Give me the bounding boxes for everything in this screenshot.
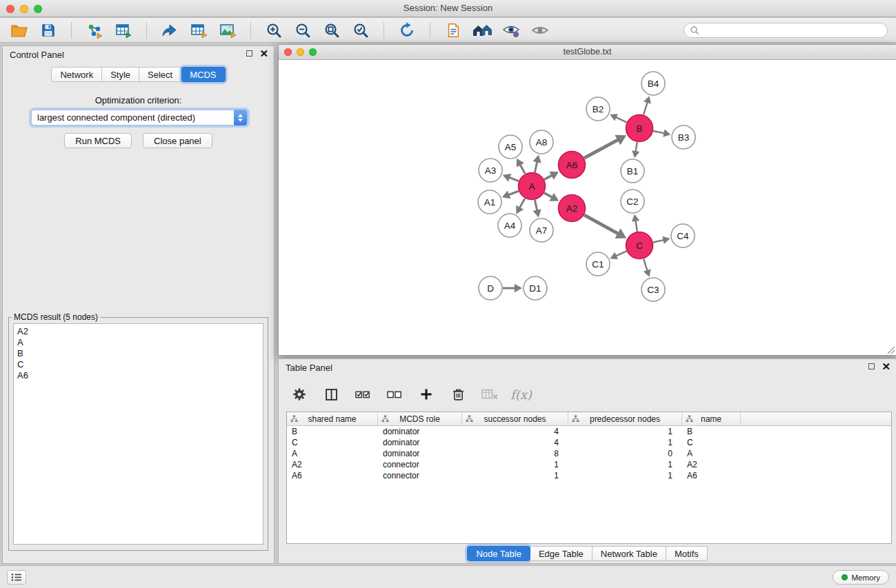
zoom-selected-button[interactable]: [350, 20, 372, 41]
node-B3[interactable]: B3: [672, 125, 695, 149]
edge-C-C1[interactable]: [616, 251, 627, 256]
node-C1[interactable]: C1: [586, 252, 610, 276]
add-column-button[interactable]: [415, 384, 437, 405]
edge-A2-C[interactable]: [584, 215, 618, 234]
node-A3[interactable]: A3: [479, 159, 502, 182]
node-D1[interactable]: D1: [524, 276, 547, 300]
panel-menu-button[interactable]: [7, 570, 26, 585]
node-A6[interactable]: A6: [559, 152, 586, 179]
mcds-result-item[interactable]: A6: [17, 370, 259, 381]
edge-A-A3[interactable]: [509, 177, 519, 181]
deselect-all-columns-button[interactable]: [384, 384, 406, 405]
edge-C-C3[interactable]: [644, 259, 647, 271]
table-tab-node-table[interactable]: Node Table: [467, 546, 530, 561]
import-table-button[interactable]: [112, 20, 135, 41]
node-B4[interactable]: B4: [641, 72, 665, 95]
mcds-result-item[interactable]: A: [17, 337, 259, 348]
node-B1[interactable]: B1: [621, 159, 644, 183]
mcds-result-item[interactable]: A2: [17, 326, 259, 337]
node-B[interactable]: B: [626, 115, 653, 142]
resize-grip-icon[interactable]: [886, 345, 895, 354]
edge-A-A5[interactable]: [520, 165, 525, 174]
homes-button[interactable]: [471, 20, 493, 41]
delete-table-button[interactable]: [479, 384, 501, 405]
edge-A-A6[interactable]: [544, 175, 552, 179]
column-header-name[interactable]: name: [682, 412, 741, 425]
export-table-button[interactable]: [188, 20, 210, 41]
edge-A-A1[interactable]: [508, 191, 519, 195]
float-table-panel-icon[interactable]: [868, 363, 875, 369]
edge-A-A8[interactable]: [535, 161, 537, 172]
column-header-shared-name[interactable]: shared name: [287, 412, 378, 425]
export-network-button[interactable]: [159, 20, 181, 41]
edge-C-C4[interactable]: [653, 240, 664, 242]
edge-B-B1[interactable]: [635, 142, 637, 152]
close-table-panel-icon[interactable]: ✕: [882, 363, 890, 370]
column-header-successor-nodes[interactable]: successor nodes: [462, 412, 568, 425]
eye-button[interactable]: [529, 20, 551, 41]
tab-network[interactable]: Network: [51, 67, 102, 82]
node-A[interactable]: A: [519, 173, 546, 200]
edge-A-A4[interactable]: [519, 199, 525, 208]
node-C3[interactable]: C3: [641, 278, 665, 301]
refresh-button[interactable]: [396, 20, 418, 41]
tab-style[interactable]: Style: [102, 67, 139, 82]
export-image-button[interactable]: [217, 20, 239, 41]
mcds-result-item[interactable]: C: [17, 359, 259, 370]
table-settings-button[interactable]: [288, 384, 310, 405]
node-C[interactable]: C: [626, 232, 653, 259]
table-row[interactable]: Bdominator41B: [287, 426, 891, 437]
node-B2[interactable]: B2: [586, 97, 610, 121]
node-A8[interactable]: A8: [530, 130, 553, 154]
table-tab-motifs[interactable]: Motifs: [666, 546, 708, 561]
edge-B-B3[interactable]: [653, 131, 664, 133]
tab-select[interactable]: Select: [139, 67, 181, 82]
optimization-criterion-select[interactable]: largest connected component (directed): [31, 110, 248, 125]
select-all-columns-button[interactable]: [352, 384, 374, 405]
eye-badge-button[interactable]: [500, 20, 522, 41]
edge-B-B2[interactable]: [616, 117, 627, 122]
node-A5[interactable]: A5: [499, 135, 522, 159]
table-row[interactable]: A6connector11A6: [287, 470, 891, 481]
zoom-out-button[interactable]: [292, 20, 314, 41]
save-session-button[interactable]: [37, 20, 59, 41]
node-C4[interactable]: C4: [671, 224, 695, 247]
column-header-predecessor-nodes[interactable]: predecessor nodes: [568, 412, 682, 425]
open-session-button[interactable]: [8, 20, 30, 41]
import-network-button[interactable]: [83, 20, 106, 41]
mcds-result-item[interactable]: B: [17, 348, 259, 359]
memory-button[interactable]: Memory: [833, 570, 889, 585]
close-panel-button[interactable]: Close panel: [143, 133, 212, 148]
edge-C-C2[interactable]: [635, 221, 637, 232]
node-C2[interactable]: C2: [621, 190, 644, 213]
table-row[interactable]: A2connector11A2: [287, 459, 891, 470]
zoom-fit-button[interactable]: [321, 20, 343, 41]
show-columns-button[interactable]: [320, 384, 342, 405]
function-builder-button[interactable]: f(x): [510, 384, 532, 405]
network-canvas[interactable]: B4B2BB3A5A8A6B1A3AA1C2A2A4A7C4CC1DD1C3: [279, 61, 896, 355]
node-A2[interactable]: A2: [559, 195, 586, 222]
edge-B-B4[interactable]: [644, 102, 648, 114]
edge-A-A7[interactable]: [535, 200, 537, 211]
search-input[interactable]: [702, 26, 882, 35]
mcds-result-list[interactable]: A2ABCA6: [13, 323, 263, 545]
delete-column-button[interactable]: [447, 384, 469, 405]
document-button[interactable]: [442, 20, 464, 41]
node-D[interactable]: D: [479, 276, 502, 300]
tab-mcds[interactable]: MCDS: [181, 67, 225, 82]
run-mcds-button[interactable]: Run MCDS: [64, 133, 132, 148]
edge-A6-B[interactable]: [584, 140, 618, 159]
close-panel-icon[interactable]: ✕: [259, 50, 268, 57]
network-window-titlebar[interactable]: testGlobe.txt: [279, 45, 896, 60]
search-box[interactable]: [684, 23, 888, 38]
table-tab-edge-table[interactable]: Edge Table: [530, 546, 593, 561]
zoom-in-button[interactable]: [263, 20, 285, 41]
float-panel-icon[interactable]: [246, 50, 252, 57]
node-A4[interactable]: A4: [498, 214, 521, 237]
column-header-MCDS-role[interactable]: MCDS role: [378, 412, 462, 425]
table-tab-network-table[interactable]: Network Table: [593, 546, 666, 561]
table-row[interactable]: Cdominator41C: [287, 437, 891, 448]
node-A7[interactable]: A7: [530, 219, 553, 242]
table-row[interactable]: Adominator80A: [287, 448, 891, 459]
node-A1[interactable]: A1: [478, 190, 501, 214]
